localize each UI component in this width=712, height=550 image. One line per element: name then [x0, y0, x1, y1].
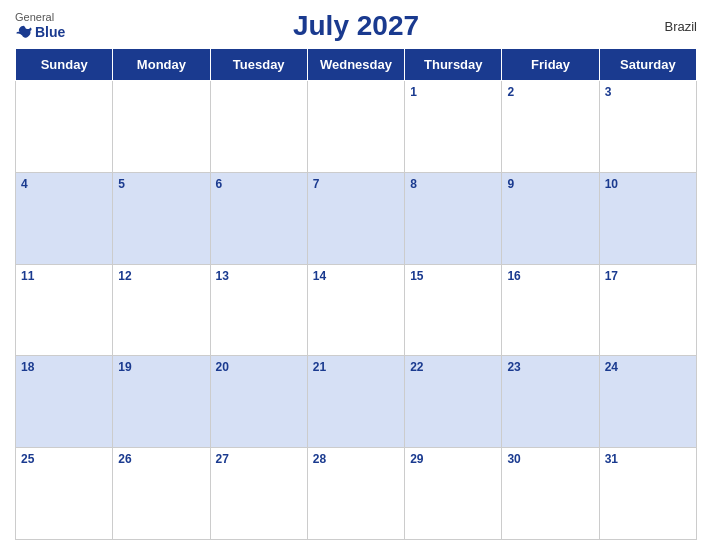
table-row: 29	[405, 448, 502, 540]
day-number: 30	[507, 452, 520, 466]
logo: General Blue	[15, 12, 65, 41]
calendar-week-row: 123	[16, 81, 697, 173]
day-number: 31	[605, 452, 618, 466]
table-row: 6	[210, 172, 307, 264]
table-row: 15	[405, 264, 502, 356]
table-row: 25	[16, 448, 113, 540]
day-number: 21	[313, 360, 326, 374]
day-number: 19	[118, 360, 131, 374]
table-row: 3	[599, 81, 696, 173]
day-number: 8	[410, 177, 417, 191]
day-number: 7	[313, 177, 320, 191]
table-row: 17	[599, 264, 696, 356]
country-label: Brazil	[664, 19, 697, 34]
table-row: 5	[113, 172, 210, 264]
day-number: 18	[21, 360, 34, 374]
col-thursday: Thursday	[405, 49, 502, 81]
table-row	[307, 81, 404, 173]
table-row: 27	[210, 448, 307, 540]
day-number: 1	[410, 85, 417, 99]
day-number: 2	[507, 85, 514, 99]
table-row: 21	[307, 356, 404, 448]
day-number: 26	[118, 452, 131, 466]
table-row: 26	[113, 448, 210, 540]
day-number: 27	[216, 452, 229, 466]
table-row: 30	[502, 448, 599, 540]
table-row: 28	[307, 448, 404, 540]
day-number: 11	[21, 269, 34, 283]
table-row: 1	[405, 81, 502, 173]
table-row: 13	[210, 264, 307, 356]
table-row: 18	[16, 356, 113, 448]
table-row: 14	[307, 264, 404, 356]
day-number: 14	[313, 269, 326, 283]
day-number: 9	[507, 177, 514, 191]
table-row: 8	[405, 172, 502, 264]
col-tuesday: Tuesday	[210, 49, 307, 81]
day-number: 28	[313, 452, 326, 466]
table-row: 16	[502, 264, 599, 356]
col-wednesday: Wednesday	[307, 49, 404, 81]
day-number: 3	[605, 85, 612, 99]
day-number: 5	[118, 177, 125, 191]
table-row: 22	[405, 356, 502, 448]
table-row: 19	[113, 356, 210, 448]
table-row	[210, 81, 307, 173]
page-header: General Blue July 2027 Brazil	[15, 10, 697, 42]
table-row: 7	[307, 172, 404, 264]
table-row	[113, 81, 210, 173]
day-number: 16	[507, 269, 520, 283]
logo-general: General	[15, 12, 54, 23]
day-number: 24	[605, 360, 618, 374]
day-number: 22	[410, 360, 423, 374]
table-row: 10	[599, 172, 696, 264]
table-row: 9	[502, 172, 599, 264]
day-number: 4	[21, 177, 28, 191]
day-number: 23	[507, 360, 520, 374]
day-number: 15	[410, 269, 423, 283]
weekday-header-row: Sunday Monday Tuesday Wednesday Thursday…	[16, 49, 697, 81]
calendar-week-row: 25262728293031	[16, 448, 697, 540]
calendar-title: July 2027	[293, 10, 419, 42]
day-number: 20	[216, 360, 229, 374]
col-friday: Friday	[502, 49, 599, 81]
calendar-week-row: 18192021222324	[16, 356, 697, 448]
table-row: 11	[16, 264, 113, 356]
calendar-week-row: 11121314151617	[16, 264, 697, 356]
day-number: 25	[21, 452, 34, 466]
table-row: 23	[502, 356, 599, 448]
table-row	[16, 81, 113, 173]
day-number: 29	[410, 452, 423, 466]
col-saturday: Saturday	[599, 49, 696, 81]
table-row: 12	[113, 264, 210, 356]
table-row: 31	[599, 448, 696, 540]
day-number: 17	[605, 269, 618, 283]
day-number: 6	[216, 177, 223, 191]
logo-bird-icon	[15, 23, 33, 41]
col-monday: Monday	[113, 49, 210, 81]
day-number: 12	[118, 269, 131, 283]
day-number: 10	[605, 177, 618, 191]
table-row: 2	[502, 81, 599, 173]
calendar-table: Sunday Monday Tuesday Wednesday Thursday…	[15, 48, 697, 540]
table-row: 20	[210, 356, 307, 448]
col-sunday: Sunday	[16, 49, 113, 81]
table-row: 4	[16, 172, 113, 264]
table-row: 24	[599, 356, 696, 448]
logo-blue: Blue	[15, 23, 65, 41]
day-number: 13	[216, 269, 229, 283]
calendar-week-row: 45678910	[16, 172, 697, 264]
